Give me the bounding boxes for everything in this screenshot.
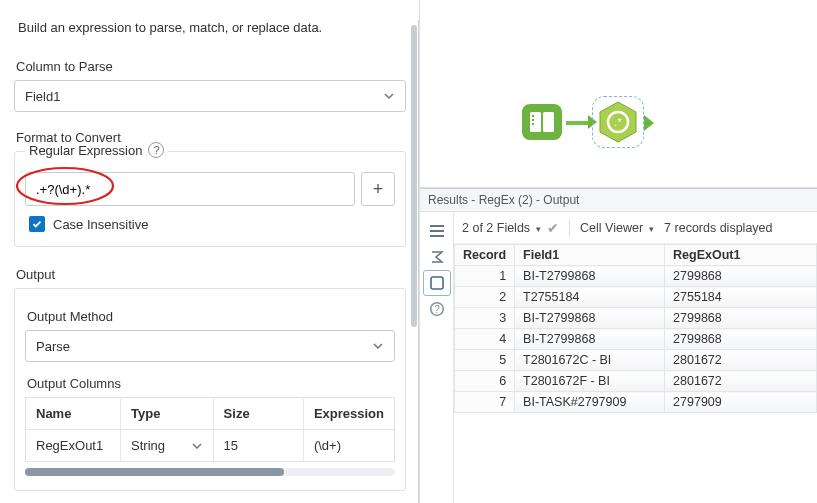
table-row[interactable]: RegExOut1 String 15 (\d+)	[26, 430, 395, 462]
connection-line	[566, 121, 590, 125]
grid-row[interactable]: 6T2801672F - BI2801672	[455, 371, 817, 392]
output-anchor-icon	[644, 115, 654, 131]
grid-row[interactable]: 3BI-T27998682799868	[455, 308, 817, 329]
workflow-canvas[interactable]: .*	[420, 0, 817, 188]
grid-cell-regexout1[interactable]: 2799868	[665, 308, 817, 329]
regex-label: Regular Expression	[29, 143, 142, 158]
svg-rect-3	[543, 112, 554, 132]
grid-cell-field1[interactable]: T2801672F - BI	[515, 371, 665, 392]
output-columns-table: Name Type Size Expression RegExOut1 Stri…	[25, 397, 395, 462]
caret-down-icon: ▾	[534, 224, 542, 234]
grid-cell-regexout1[interactable]: 2801672	[665, 371, 817, 392]
grid-cell-field1[interactable]: BI-T2799868	[515, 266, 665, 287]
col-name-header[interactable]: Name	[26, 398, 121, 430]
results-grid[interactable]: Record Field1 RegExOut1 1BI-T27998682799…	[454, 244, 817, 413]
svg-rect-4	[532, 115, 534, 117]
caret-down-icon: ▾	[647, 224, 655, 234]
case-insensitive-label: Case Insensitive	[53, 217, 148, 232]
svg-rect-10	[431, 277, 443, 289]
input-tool-node[interactable]	[520, 100, 564, 144]
regex-input[interactable]	[25, 172, 355, 206]
regex-tool-node[interactable]: .*	[592, 96, 644, 148]
regex-add-button[interactable]: +	[361, 172, 395, 206]
svg-rect-6	[532, 123, 534, 125]
grid-cell-record[interactable]: 7	[455, 392, 515, 413]
grid-cell-regexout1[interactable]: 2801672	[665, 350, 817, 371]
grid-cell-record[interactable]: 5	[455, 350, 515, 371]
col-field1-header[interactable]: Field1	[515, 245, 665, 266]
grid-cell-record[interactable]: 2	[455, 287, 515, 308]
grid-cell-record[interactable]: 4	[455, 329, 515, 350]
output-fieldset: Output Method Parse Output Columns Name …	[14, 288, 406, 491]
results-toolbar: 2 of 2 Fields ▾ ✔ Cell Viewer ▾ 7 record…	[454, 212, 817, 244]
grid-cell-field1[interactable]: BI-T2799868	[515, 308, 665, 329]
help-icon[interactable]: ?	[148, 142, 164, 158]
results-tab-title: Results - RegEx (2) - Output	[428, 193, 579, 207]
output-label: Output	[16, 267, 406, 282]
svg-text:.*: .*	[614, 116, 622, 128]
chevron-down-icon	[372, 340, 384, 352]
check-icon[interactable]: ✔	[547, 220, 559, 236]
grid-row[interactable]: 1BI-T27998682799868	[455, 266, 817, 287]
out-size-cell[interactable]: 15	[213, 430, 303, 462]
grid-row[interactable]: 4BI-T27998682799868	[455, 329, 817, 350]
config-panel: Build an expression to parse, match, or …	[0, 0, 420, 503]
column-to-parse-value: Field1	[25, 89, 60, 104]
grid-row[interactable]: 5T2801672C - BI2801672	[455, 350, 817, 371]
grid-cell-field1[interactable]: BI-TASK#2797909	[515, 392, 665, 413]
separator	[569, 219, 570, 237]
plus-icon: +	[373, 179, 384, 200]
records-displayed-text: 7 records displayed	[664, 221, 772, 235]
output-columns-label: Output Columns	[27, 376, 395, 391]
cell-viewer-button[interactable]: Cell Viewer ▾	[580, 221, 654, 235]
view-help-icon[interactable]: ?	[423, 296, 451, 322]
results-iconbar: ?	[420, 212, 454, 503]
grid-cell-regexout1[interactable]: 2755184	[665, 287, 817, 308]
svg-rect-5	[532, 119, 534, 121]
intro-text: Build an expression to parse, match, or …	[18, 20, 406, 35]
grid-header-row: Record Field1 RegExOut1	[455, 245, 817, 266]
col-type-header[interactable]: Type	[121, 398, 214, 430]
grid-cell-record[interactable]: 3	[455, 308, 515, 329]
grid-row[interactable]: 2T27551842755184	[455, 287, 817, 308]
out-type-cell[interactable]: String	[121, 430, 214, 462]
view-sheet-icon[interactable]	[423, 270, 451, 296]
results-tab-header[interactable]: Results - RegEx (2) - Output	[420, 188, 817, 212]
col-expression-header[interactable]: Expression	[303, 398, 394, 430]
svg-rect-2	[530, 112, 541, 132]
grid-cell-regexout1[interactable]: 2799868	[665, 266, 817, 287]
check-icon	[32, 219, 42, 229]
out-type-value: String	[131, 438, 165, 453]
col-regexout1-header[interactable]: RegExOut1	[665, 245, 817, 266]
fields-count-text: 2 of 2 Fields	[462, 221, 530, 235]
fields-count-button[interactable]: 2 of 2 Fields ▾	[462, 221, 541, 235]
chevron-down-icon	[191, 440, 203, 452]
output-method-select[interactable]: Parse	[25, 330, 395, 362]
grid-cell-regexout1[interactable]: 2797909	[665, 392, 817, 413]
column-to-parse-label: Column to Parse	[16, 59, 406, 74]
grid-cell-field1[interactable]: T2801672C - BI	[515, 350, 665, 371]
col-size-header[interactable]: Size	[213, 398, 303, 430]
grid-cell-field1[interactable]: BI-T2799868	[515, 329, 665, 350]
grid-row[interactable]: 7BI-TASK#27979092797909	[455, 392, 817, 413]
view-list-icon[interactable]	[423, 218, 451, 244]
regex-icon: .*	[596, 100, 640, 144]
out-name-cell[interactable]: RegExOut1	[26, 430, 121, 462]
column-to-parse-select[interactable]: Field1	[14, 80, 406, 112]
table-header-row: Name Type Size Expression	[26, 398, 395, 430]
svg-rect-1	[522, 104, 562, 140]
scrollbar-horizontal[interactable]	[25, 468, 395, 476]
out-expression-cell[interactable]: (\d+)	[303, 430, 394, 462]
grid-cell-record[interactable]: 1	[455, 266, 515, 287]
results-body: ? 2 of 2 Fields ▾ ✔ Cell Viewer ▾ 7 reco…	[420, 212, 817, 503]
format-fieldset: Regular Expression ? + Case Insensitive	[14, 151, 406, 247]
case-insensitive-checkbox[interactable]	[29, 216, 45, 232]
grid-cell-regexout1[interactable]: 2799868	[665, 329, 817, 350]
view-sigma-icon[interactable]	[423, 244, 451, 270]
chevron-down-icon	[383, 90, 395, 102]
right-panel: .* Results - RegEx (2) - Output ?	[420, 0, 817, 503]
grid-cell-field1[interactable]: T2755184	[515, 287, 665, 308]
grid-cell-record[interactable]: 6	[455, 371, 515, 392]
scrollbar-vertical[interactable]	[411, 25, 417, 327]
col-record-header[interactable]: Record	[455, 245, 515, 266]
